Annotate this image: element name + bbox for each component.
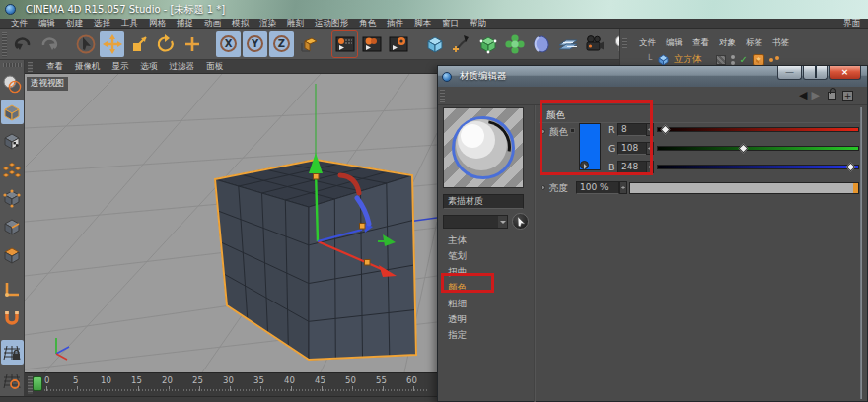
menu-render[interactable]: 渲染 bbox=[259, 18, 276, 30]
texture-mode-icon[interactable] bbox=[1, 128, 24, 153]
vp-menu-panel[interactable]: 面板 bbox=[206, 61, 223, 73]
r-slider[interactable] bbox=[657, 127, 859, 132]
x-axis-lock-icon[interactable]: X bbox=[216, 31, 241, 57]
make-editable-icon[interactable] bbox=[1, 71, 24, 96]
swatch-expander-icon[interactable] bbox=[580, 161, 589, 169]
om-menu-bookmarks[interactable]: 书签 bbox=[772, 37, 789, 49]
workplane-grid-icon[interactable] bbox=[1, 368, 24, 393]
menu-simulate[interactable]: 模拟 bbox=[232, 18, 249, 30]
channel-opacity[interactable]: 透明 bbox=[448, 311, 527, 327]
dialog-scrollbar[interactable] bbox=[860, 107, 862, 399]
channel-main[interactable]: 主体 bbox=[448, 233, 527, 248]
menu-snap[interactable]: 捕捉 bbox=[177, 18, 193, 30]
model-mode-icon[interactable] bbox=[1, 100, 24, 124]
vp-menu-display[interactable]: 显示 bbox=[112, 61, 129, 73]
camera-icon[interactable] bbox=[582, 31, 607, 57]
menu-interface[interactable]: 界面 bbox=[843, 18, 860, 30]
close-button[interactable]: × bbox=[829, 66, 861, 80]
menu-file[interactable]: 文件 bbox=[11, 18, 28, 30]
toolbar-grip[interactable] bbox=[2, 32, 7, 57]
menu-sculpt[interactable]: 雕刻 bbox=[287, 18, 304, 30]
om-menu-objects[interactable]: 对象 bbox=[719, 37, 736, 49]
dropdown-arrow-icon[interactable] bbox=[498, 216, 507, 228]
last-used-tool-icon[interactable] bbox=[180, 31, 204, 57]
material-editor-dialog[interactable]: 材质编辑器 — × ◀ ▶ + 素描材质 主体 笔划 扭曲 颜色 粗细 透明 指… bbox=[437, 65, 868, 402]
menu-animate[interactable]: 动画 bbox=[204, 18, 221, 30]
z-axis-lock-icon[interactable]: Z bbox=[269, 31, 294, 57]
channel-color[interactable]: 颜色 bbox=[448, 280, 527, 296]
window-titlebar[interactable]: CINEMA 4D R15.057 Studio - [未标题 1 *] bbox=[0, 0, 868, 19]
brightness-value-field[interactable]: 100 % bbox=[576, 181, 619, 194]
maximize-button[interactable] bbox=[803, 66, 828, 80]
floor-icon[interactable] bbox=[555, 31, 580, 57]
add-primitive-icon[interactable] bbox=[422, 31, 447, 57]
subdivision-surface-icon[interactable] bbox=[475, 31, 500, 57]
environment-icon[interactable] bbox=[529, 31, 553, 57]
polygon-tag-icon[interactable] bbox=[753, 54, 764, 66]
brightness-stepper[interactable] bbox=[619, 181, 627, 194]
menu-help[interactable]: 帮助 bbox=[470, 18, 486, 30]
om-grip[interactable] bbox=[622, 38, 627, 48]
scale-tool-icon[interactable] bbox=[126, 31, 151, 57]
viewport-scene[interactable] bbox=[25, 74, 437, 372]
redo-icon[interactable] bbox=[36, 31, 61, 57]
menu-tools[interactable]: 工具 bbox=[121, 18, 138, 30]
menu-edit[interactable]: 编辑 bbox=[38, 18, 55, 30]
brightness-slider[interactable] bbox=[629, 182, 859, 194]
undo-icon[interactable] bbox=[10, 31, 35, 57]
channel-strokes[interactable]: 笔划 bbox=[448, 248, 527, 264]
visibility-dots-icon[interactable] bbox=[731, 54, 735, 66]
g-slider[interactable] bbox=[657, 146, 859, 151]
menu-mograph[interactable]: 运动图形 bbox=[315, 18, 348, 30]
menu-window[interactable]: 窗口 bbox=[442, 18, 459, 30]
g-slider-handle[interactable] bbox=[739, 144, 749, 154]
menu-character[interactable]: 角色 bbox=[359, 18, 376, 30]
texture-dot-icon[interactable] bbox=[570, 128, 575, 133]
display-dots-icon[interactable] bbox=[769, 56, 779, 64]
b-stepper[interactable] bbox=[646, 161, 654, 173]
render-to-picture-viewer-icon[interactable] bbox=[359, 31, 384, 57]
vp-menu-filter[interactable]: 过滤器 bbox=[170, 61, 195, 73]
material-editor-titlebar[interactable]: 材质编辑器 — × bbox=[438, 66, 867, 87]
timeline-ruler[interactable]: 0 5 10 15 20 25 30 35 40 45 50 55 60 bbox=[25, 372, 437, 396]
menu-mesh[interactable]: 网格 bbox=[149, 18, 166, 30]
om-menu-file[interactable]: 文件 bbox=[639, 37, 656, 49]
r-stepper[interactable] bbox=[646, 123, 654, 136]
timeline-playhead[interactable] bbox=[33, 376, 42, 391]
y-axis-lock-icon[interactable]: Y bbox=[243, 31, 267, 57]
axis-mode-icon[interactable] bbox=[1, 277, 24, 302]
material-name-field[interactable]: 素描材质 bbox=[443, 194, 524, 209]
deformer-icon[interactable] bbox=[502, 31, 527, 57]
brightness-slider-handle[interactable] bbox=[853, 183, 858, 193]
polygons-mode-icon[interactable] bbox=[1, 242, 24, 267]
leftbar-grip[interactable] bbox=[3, 63, 22, 67]
b-slider[interactable] bbox=[657, 165, 859, 169]
vp-menu-camera[interactable]: 摄像机 bbox=[75, 61, 101, 73]
minimize-button[interactable]: — bbox=[777, 66, 802, 80]
live-selection-icon[interactable] bbox=[73, 31, 98, 57]
menu-plugins[interactable]: 插件 bbox=[387, 18, 403, 30]
om-menu-edit[interactable]: 编辑 bbox=[666, 37, 683, 49]
material-preview[interactable] bbox=[443, 107, 524, 188]
move-tool-icon[interactable] bbox=[100, 31, 124, 57]
mat-toolbar-grip[interactable] bbox=[440, 90, 445, 102]
lock-workplane-icon[interactable] bbox=[1, 340, 24, 365]
channel-thickness[interactable]: 粗细 bbox=[448, 296, 527, 311]
r-slider-handle[interactable] bbox=[661, 125, 671, 135]
menu-create[interactable]: 创建 bbox=[66, 18, 83, 30]
points-mode-icon[interactable] bbox=[1, 185, 24, 210]
channel-distort[interactable]: 扭曲 bbox=[448, 264, 527, 280]
enable-snap-icon[interactable] bbox=[1, 305, 24, 330]
nav-back-icon[interactable]: ◀ bbox=[799, 90, 807, 101]
preset-dropdown[interactable] bbox=[443, 215, 508, 229]
edges-mode-icon[interactable] bbox=[1, 214, 24, 238]
spline-pen-icon[interactable] bbox=[449, 31, 473, 57]
om-menu-tags[interactable]: 标签 bbox=[746, 37, 762, 49]
lock-icon[interactable] bbox=[828, 92, 836, 100]
viewport-menu-grip[interactable] bbox=[28, 62, 33, 72]
enabled-check-icon[interactable]: ✓ bbox=[740, 54, 748, 65]
menu-script[interactable]: 脚本 bbox=[414, 18, 431, 30]
layer-swatch-icon[interactable] bbox=[716, 55, 726, 65]
rotate-tool-icon[interactable] bbox=[153, 31, 178, 57]
add-icon[interactable]: + bbox=[842, 91, 853, 101]
